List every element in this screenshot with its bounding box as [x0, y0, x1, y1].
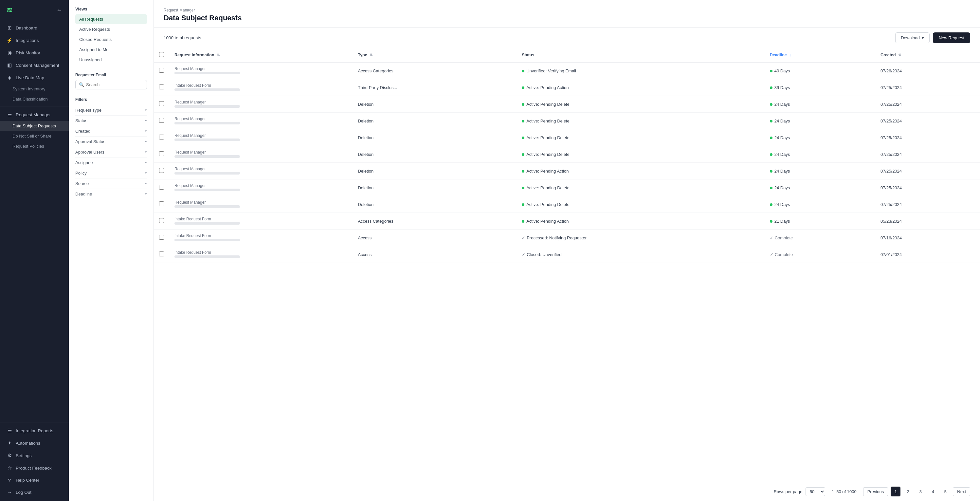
col-label: Type — [358, 53, 367, 57]
table-row: Request Manager DeletionActive: Pending … — [154, 113, 980, 129]
filter-approval-status[interactable]: Approval Status ▾ — [75, 137, 147, 147]
sidebar-item-dashboard[interactable]: ⊞ Dashboard — [0, 22, 69, 34]
sidebar-item-help-center[interactable]: ? Help Center — [0, 474, 69, 486]
view-item-assigned-to-me[interactable]: Assigned to Me — [75, 45, 147, 55]
request-created-cell: 07/25/2024 — [875, 163, 980, 179]
filters-section: Filters Request Type ▾ Status ▾ Created … — [69, 92, 154, 204]
request-deadline-cell: 24 Days — [765, 96, 875, 113]
deadline-value: 24 Days — [775, 152, 790, 157]
row-checkbox[interactable] — [159, 101, 164, 106]
download-button-label: Download — [901, 35, 920, 40]
sidebar-item-live-data-map[interactable]: ◈ Live Data Map — [0, 72, 69, 84]
row-checkbox[interactable] — [159, 168, 164, 173]
row-checkbox[interactable] — [159, 118, 164, 123]
row-checkbox[interactable] — [159, 68, 164, 73]
deadline-value: 24 Days — [775, 202, 790, 207]
filter-created[interactable]: Created ▾ — [75, 126, 147, 137]
row-checkbox[interactable] — [159, 218, 164, 223]
requester-email-section: Requester Email 🔍 — [69, 67, 154, 92]
status-text: Active: Pending Delete — [527, 202, 570, 207]
request-status-cell: ✓Processed: Notifying Requester — [517, 230, 764, 246]
help-icon: ? — [6, 477, 13, 483]
view-item-closed-requests[interactable]: Closed Requests — [75, 34, 147, 45]
row-checkbox[interactable] — [159, 252, 164, 256]
select-all-header[interactable] — [154, 48, 169, 62]
page-number-4[interactable]: 4 — [928, 487, 938, 496]
select-all-checkbox[interactable] — [159, 52, 164, 57]
request-type-cell: Access Categories — [353, 62, 517, 79]
sidebar-item-label: Request Manager — [16, 112, 51, 117]
sidebar-item-log-out[interactable]: → Log Out — [0, 486, 69, 498]
sidebar-item-risk-monitor[interactable]: ◉ Risk Monitor — [0, 46, 69, 59]
request-info-cell: Request Manager — [169, 129, 353, 146]
view-item-all-requests[interactable]: All Requests — [75, 14, 147, 24]
sidebar-item-consent-management[interactable]: ◧ Consent Management — [0, 59, 69, 72]
filter-label: Assignee — [75, 160, 92, 165]
request-deadline-cell: ✓ Complete — [765, 246, 875, 263]
page-number-5[interactable]: 5 — [940, 487, 950, 496]
sidebar-item-data-classification[interactable]: Data Classification — [0, 94, 69, 104]
col-deadline[interactable]: Deadline ↓ — [765, 48, 875, 62]
page-number-1[interactable]: 1 — [891, 487, 900, 496]
sidebar-item-request-manager[interactable]: ☰ Request Manager — [0, 108, 69, 121]
row-checkbox[interactable] — [159, 151, 164, 156]
status-dot — [522, 86, 524, 89]
next-page-button[interactable]: Next — [953, 487, 970, 496]
status-text: Closed: Unverified — [527, 252, 562, 257]
filter-label: Approval Status — [75, 139, 105, 144]
views-title: Views — [75, 6, 147, 11]
sidebar-item-label: Integration Reports — [16, 428, 53, 433]
download-button[interactable]: Download ▾ — [895, 32, 930, 43]
previous-page-button[interactable]: Previous — [863, 487, 888, 496]
new-request-button[interactable]: New Request — [933, 32, 970, 43]
col-request-info[interactable]: Request Information ⇅ — [169, 48, 353, 62]
col-created[interactable]: Created ⇅ — [875, 48, 980, 62]
request-info-cell: Request Manager — [169, 163, 353, 179]
status-text: Active: Pending Delete — [527, 135, 570, 140]
sidebar-item-integrations[interactable]: ⚡ Integrations — [0, 34, 69, 46]
filter-source[interactable]: Source ▾ — [75, 179, 147, 189]
row-checkbox-cell — [154, 196, 169, 213]
table-row: Request Manager DeletionActive: Pending … — [154, 179, 980, 196]
table-row: Intake Request Form Access CategoriesAct… — [154, 213, 980, 230]
sidebar-item-request-policies[interactable]: Request Policies — [0, 141, 69, 151]
row-checkbox-cell — [154, 79, 169, 96]
table-row: Request Manager DeletionActive: Pending … — [154, 96, 980, 113]
request-bar — [175, 222, 240, 225]
sidebar-item-system-inventory[interactable]: System Inventory — [0, 84, 69, 94]
deadline-value: 39 Days — [775, 85, 790, 90]
filter-deadline[interactable]: Deadline ▾ — [75, 189, 147, 199]
row-checkbox[interactable] — [159, 185, 164, 190]
request-status-cell: Active: Pending Delete — [517, 179, 764, 196]
view-item-unassigned[interactable]: Unassigned — [75, 55, 147, 65]
sidebar-item-data-subject-requests[interactable]: Data Subject Requests — [0, 121, 69, 131]
request-status-cell: Active: Pending Action — [517, 213, 764, 230]
nav-back-button[interactable]: ← — [56, 7, 62, 14]
page-number-3[interactable]: 3 — [916, 487, 925, 496]
filter-assignee[interactable]: Assignee ▾ — [75, 158, 147, 168]
row-checkbox[interactable] — [159, 235, 164, 240]
sidebar-item-automations[interactable]: ✦ Automations — [0, 437, 69, 449]
row-checkbox[interactable] — [159, 201, 164, 206]
sidebar-item-do-not-sell[interactable]: Do Not Sell or Share — [0, 131, 69, 141]
request-source: Intake Request Form — [175, 83, 347, 88]
row-checkbox[interactable] — [159, 135, 164, 139]
requester-search-input[interactable] — [86, 82, 143, 87]
request-bar — [175, 72, 240, 74]
page-number-2[interactable]: 2 — [903, 487, 913, 496]
filter-status[interactable]: Status ▾ — [75, 116, 147, 126]
filter-policy[interactable]: Policy ▾ — [75, 168, 147, 179]
view-item-active-requests[interactable]: Active Requests — [75, 24, 147, 34]
filter-approval-users[interactable]: Approval Users ▾ — [75, 147, 147, 158]
sidebar-item-settings[interactable]: ⚙ Settings — [0, 449, 69, 462]
check-icon: ✓ — [770, 252, 773, 257]
sidebar-item-integration-reports[interactable]: ☰ Integration Reports — [0, 424, 69, 437]
sidebar-item-label: Settings — [16, 453, 32, 458]
sidebar-item-product-feedback[interactable]: ☆ Product Feedback — [0, 462, 69, 474]
col-type[interactable]: Type ⇅ — [353, 48, 517, 62]
rows-per-page-select[interactable]: 50 25 100 — [805, 487, 825, 496]
filter-request-type[interactable]: Request Type ▾ — [75, 105, 147, 116]
request-deadline-cell: 21 Days — [765, 213, 875, 230]
row-checkbox[interactable] — [159, 85, 164, 89]
status-text: Active: Pending Action — [527, 219, 568, 223]
